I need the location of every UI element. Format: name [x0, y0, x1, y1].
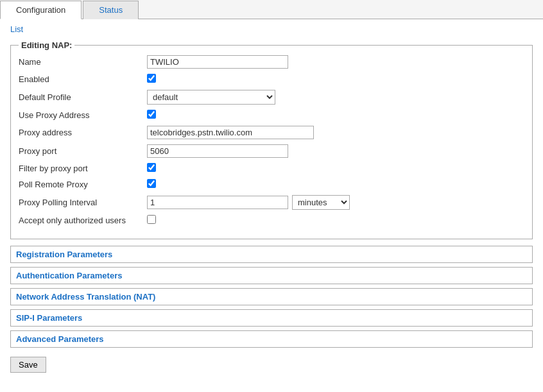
nat-header[interactable]: Network Address Translation (NAT) [11, 289, 532, 305]
enabled-control [147, 74, 524, 85]
enabled-label: Enabled [19, 74, 147, 84]
tab-configuration[interactable]: Configuration [0, 1, 82, 19]
name-label: Name [19, 57, 147, 67]
accept-only-authorized-label: Accept only authorized users [19, 216, 147, 225]
enabled-checkbox[interactable] [147, 74, 156, 83]
use-proxy-address-label: Use Proxy Address [19, 110, 147, 120]
use-proxy-address-checkbox[interactable] [147, 110, 156, 119]
proxy-address-label: Proxy address [19, 128, 147, 137]
name-control [147, 55, 524, 69]
proxy-port-row: Proxy port [19, 144, 524, 158]
advanced-parameters-header[interactable]: Advanced Parameters [11, 331, 532, 347]
default-profile-label: Default Profile [19, 92, 147, 102]
polling-interval-input[interactable] [147, 196, 288, 209]
filter-by-proxy-port-label: Filter by proxy port [19, 164, 147, 173]
proxy-address-row: Proxy address [19, 126, 524, 139]
editing-nap-legend: Editing NAP: [19, 40, 74, 50]
filter-by-proxy-port-row: Filter by proxy port [19, 163, 524, 174]
authentication-parameters-header[interactable]: Authentication Parameters [11, 268, 532, 284]
proxy-polling-interval-label: Proxy Polling Interval [19, 198, 147, 207]
filter-by-proxy-port-control [147, 163, 524, 174]
poll-remote-proxy-label: Poll Remote Proxy [19, 180, 147, 189]
proxy-port-control [147, 144, 524, 158]
poll-remote-proxy-control [147, 179, 524, 190]
advanced-parameters-section: Advanced Parameters [10, 330, 533, 348]
authentication-parameters-section: Authentication Parameters [10, 267, 533, 284]
save-button[interactable]: Save [10, 357, 46, 373]
enabled-row: Enabled [19, 74, 524, 85]
proxy-polling-interval-control: minutes seconds hours [147, 195, 524, 210]
name-input[interactable] [147, 55, 288, 69]
proxy-port-label: Proxy port [19, 146, 147, 156]
default-profile-control: default [147, 90, 524, 105]
default-profile-select[interactable]: default [147, 90, 275, 105]
tabs-bar: Configuration Status [0, 0, 543, 19]
proxy-polling-interval-row: Proxy Polling Interval minutes seconds h… [19, 195, 524, 210]
poll-remote-proxy-row: Poll Remote Proxy [19, 179, 524, 190]
registration-parameters-section: Registration Parameters [10, 246, 533, 263]
use-proxy-address-row: Use Proxy Address [19, 110, 524, 121]
name-row: Name [19, 55, 524, 69]
sip-i-parameters-header[interactable]: SIP-I Parameters [11, 310, 532, 326]
default-profile-row: Default Profile default [19, 90, 524, 105]
tab-status[interactable]: Status [83, 1, 139, 19]
proxy-address-input[interactable] [147, 126, 314, 139]
filter-by-proxy-port-checkbox[interactable] [147, 163, 156, 172]
accept-only-authorized-row: Accept only authorized users [19, 215, 524, 226]
proxy-address-control [147, 126, 524, 139]
nat-section: Network Address Translation (NAT) [10, 288, 533, 305]
poll-remote-proxy-checkbox[interactable] [147, 179, 156, 188]
registration-parameters-header[interactable]: Registration Parameters [11, 246, 532, 262]
sip-i-parameters-section: SIP-I Parameters [10, 309, 533, 327]
interval-unit-select[interactable]: minutes seconds hours [292, 195, 350, 210]
proxy-port-input[interactable] [147, 144, 288, 158]
accept-only-authorized-checkbox[interactable] [147, 215, 156, 224]
list-link[interactable]: List [10, 24, 23, 34]
accept-only-authorized-control [147, 215, 524, 226]
use-proxy-address-control [147, 110, 524, 121]
